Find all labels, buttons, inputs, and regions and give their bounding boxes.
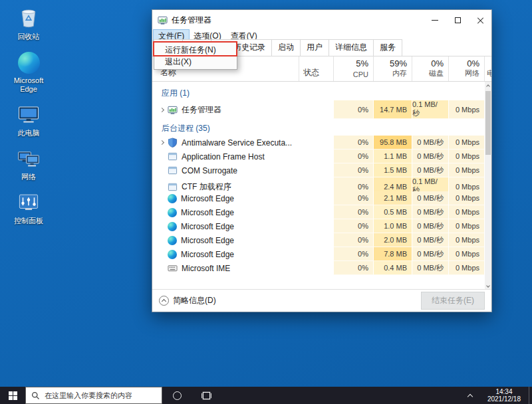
- expand-chevron-icon[interactable]: [160, 107, 164, 112]
- tab-5[interactable]: 详细信息: [329, 39, 374, 56]
- taskbar-clock[interactable]: 14:34 2021/12/18: [479, 387, 529, 404]
- process-cpu-value: 0%: [333, 219, 373, 233]
- process-row[interactable]: Microsoft Edge0%0.5 MB0 MB/秒0 Mbps: [152, 205, 485, 219]
- search-placeholder: 在这里输入你要搜索的内容: [45, 391, 132, 401]
- desktop-icon-recycle-bin[interactable]: 回收站: [4, 7, 53, 41]
- process-mem-value: 1.0 MB: [373, 219, 412, 233]
- process-mem-value: 2.1 MB: [373, 191, 412, 205]
- process-cpu-value: 0%: [333, 261, 373, 275]
- column-clipped[interactable]: 电: [484, 56, 491, 81]
- process-row[interactable]: Microsoft Edge0%2.0 MB0 MB/秒0 Mbps: [152, 233, 485, 247]
- taskbar: 在这里输入你要搜索的内容 14:34 2021/12/18: [0, 387, 532, 404]
- expand-chevron-icon[interactable]: [160, 140, 164, 145]
- edge-icon: [168, 194, 177, 203]
- column-cpu[interactable]: 5% CPU: [333, 56, 373, 81]
- end-task-button[interactable]: 结束任务(E): [421, 292, 485, 310]
- process-disk-value: 0 MB/秒: [412, 136, 448, 150]
- process-group-header[interactable]: 应用 (1): [152, 86, 485, 100]
- keyboard-icon: [168, 263, 178, 273]
- process-row[interactable]: Microsoft Edge0%7.8 MB0 MB/秒0 Mbps: [152, 247, 485, 261]
- process-row[interactable]: Microsoft Edge0%2.1 MB0 MB/秒0 Mbps: [152, 191, 485, 205]
- tab-6[interactable]: 服务: [373, 39, 402, 56]
- process-row[interactable]: 任务管理器0%14.7 MB0.1 MB/秒0 Mbps: [152, 100, 485, 114]
- process-net-value: 0 Mbps: [448, 100, 484, 119]
- tab-3[interactable]: 启动: [271, 39, 301, 56]
- desktop-icon-label: 此电脑: [18, 129, 40, 138]
- process-status: [299, 233, 333, 247]
- desktop-icon-this-pc[interactable]: 此电脑: [4, 103, 53, 138]
- menu-item-exit[interactable]: 退出(X): [154, 56, 237, 68]
- process-status: [299, 219, 333, 233]
- cpu-total: 5%: [356, 58, 368, 68]
- process-disk-value: 0 MB/秒: [412, 219, 448, 233]
- scrollbar-thumb[interactable]: [485, 91, 491, 155]
- process-name: Microsoft Edge: [152, 233, 299, 247]
- process-mem-value: 0.5 MB: [373, 205, 412, 219]
- process-name: Antimalware Service Executa...: [152, 136, 299, 150]
- process-status: [299, 205, 333, 219]
- details-toggle[interactable]: 简略信息(D): [159, 295, 216, 306]
- process-status: [299, 100, 333, 119]
- process-net-value: 0 Mbps: [448, 205, 484, 219]
- window-title: 任务管理器: [172, 15, 211, 26]
- menu-item-run-new-task[interactable]: 运行新任务(N): [154, 44, 237, 56]
- clock-date: 2021/12/18: [487, 395, 521, 403]
- column-status[interactable]: 状态: [299, 56, 333, 81]
- close-icon: [477, 17, 484, 24]
- desktop-icon-label: 网络: [21, 173, 36, 181]
- window-controls: [424, 10, 491, 30]
- desktop: 回收站 Microsoft Edge 此电脑: [0, 0, 532, 404]
- window-icon: [168, 182, 178, 192]
- file-menu-dropdown: 运行新任务(N) 退出(X): [154, 42, 237, 70]
- search-icon: [31, 391, 40, 400]
- process-cpu-value: 0%: [333, 150, 373, 163]
- process-row[interactable]: CTF 加载程序0%2.4 MB0.1 MB/秒0 Mbps: [152, 177, 485, 191]
- edge-icon: [168, 208, 177, 217]
- taskbar-search-input[interactable]: 在这里输入你要搜索的内容: [25, 387, 162, 404]
- process-cpu-value: 0%: [333, 191, 373, 205]
- network-total: 0%: [467, 58, 479, 68]
- maximize-button[interactable]: [446, 10, 469, 30]
- memory-total: 59%: [390, 58, 407, 68]
- vertical-scrollbar[interactable]: [485, 82, 491, 290]
- desktop-icon-edge[interactable]: Microsoft Edge: [4, 50, 53, 94]
- show-desktop-button[interactable]: [529, 387, 532, 404]
- start-button[interactable]: [0, 387, 25, 404]
- scroll-up-icon[interactable]: [485, 82, 491, 90]
- process-cpu-value: 0%: [333, 100, 373, 119]
- taskbar-spacer: [221, 387, 461, 404]
- process-mem-value: 95.8 MB: [373, 136, 412, 150]
- tray-chevron-button[interactable]: [461, 387, 479, 404]
- minimize-button[interactable]: [424, 10, 446, 30]
- process-mem-value: 7.8 MB: [373, 247, 412, 261]
- process-row[interactable]: COM Surrogate0%1.5 MB0 MB/秒0 Mbps: [152, 163, 485, 177]
- desktop-icon-network[interactable]: 网络: [4, 147, 53, 181]
- process-disk-value: 0 MB/秒: [412, 150, 448, 163]
- task-manager-icon: [158, 15, 168, 25]
- edge-icon: [168, 250, 177, 259]
- desktop-icon-control-panel[interactable]: 控制面板: [4, 191, 53, 225]
- windows-logo-icon: [9, 391, 17, 400]
- task-view-button[interactable]: [192, 387, 221, 404]
- close-button[interactable]: [469, 10, 491, 30]
- cortana-button[interactable]: [162, 387, 192, 404]
- desktop-icon-list: 回收站 Microsoft Edge 此电脑: [4, 7, 53, 225]
- process-mem-value: 14.7 MB: [373, 100, 412, 119]
- process-row[interactable]: Microsoft Edge0%1.0 MB0 MB/秒0 Mbps: [152, 219, 485, 233]
- column-network[interactable]: 0% 网络: [448, 56, 484, 81]
- task-manager-window: 任务管理器 文件(F) 选项(O) 查看(V) 进程性能应用历史记录启动用户详细…: [152, 9, 492, 312]
- process-row[interactable]: Application Frame Host0%1.1 MB0 MB/秒0 Mb…: [152, 150, 485, 163]
- disk-total: 0%: [431, 58, 444, 68]
- process-group-header[interactable]: 后台进程 (35): [152, 121, 485, 136]
- process-net-value: 0 Mbps: [448, 261, 484, 275]
- tab-4[interactable]: 用户: [300, 39, 329, 56]
- column-disk[interactable]: 0% 磁盘: [412, 56, 448, 81]
- title-bar[interactable]: 任务管理器: [152, 10, 491, 30]
- process-disk-value: 0 MB/秒: [412, 233, 448, 247]
- process-name: 任务管理器: [152, 100, 299, 119]
- chevron-up-circle-icon: [159, 296, 169, 306]
- process-cpu-value: 0%: [333, 233, 373, 247]
- process-row[interactable]: Microsoft IME0%0.4 MB0 MB/秒0 Mbps: [152, 261, 485, 275]
- process-row[interactable]: Antimalware Service Executa...0%95.8 MB0…: [152, 136, 485, 150]
- column-memory[interactable]: 59% 内存: [373, 56, 412, 81]
